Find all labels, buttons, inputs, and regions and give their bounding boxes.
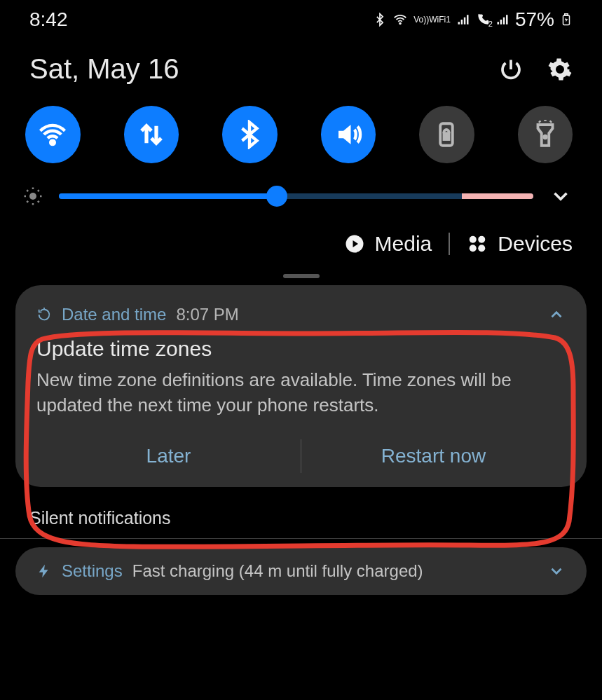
svg-point-10 [479, 236, 486, 243]
brightness-icon [22, 186, 43, 207]
brightness-row [0, 176, 602, 217]
brightness-thumb[interactable] [266, 186, 287, 207]
status-time: 8:42 [29, 8, 68, 31]
later-button[interactable]: Later [36, 437, 301, 476]
svg-point-12 [479, 245, 486, 252]
settings-gear-icon[interactable] [547, 57, 573, 82]
divider [0, 538, 602, 539]
flashlight-toggle[interactable] [518, 106, 573, 163]
expand-icon[interactable] [547, 562, 566, 580]
silent-message: Fast charging (44 m until fully charged) [132, 561, 423, 581]
power-icon[interactable] [498, 57, 524, 82]
wifi-toggle[interactable] [25, 106, 81, 163]
brightness-expand-icon[interactable] [549, 184, 573, 208]
battery-percent: 57% [515, 8, 554, 31]
svg-point-3 [50, 141, 55, 145]
bluetooth-icon [235, 120, 264, 149]
notification-actions: Later Restart now [36, 437, 566, 476]
play-circle-icon [344, 233, 365, 254]
media-button[interactable]: Media [344, 232, 432, 256]
battery-charging-icon [560, 11, 573, 29]
media-devices-row: Media Devices [0, 217, 602, 266]
svg-point-9 [470, 236, 477, 243]
notification-app: Date and time [62, 305, 166, 324]
status-bar: 8:42 Vo))WiFi1 2 57% [0, 0, 602, 36]
notification-timestamp: 8:07 PM [176, 305, 238, 324]
separator [449, 233, 450, 255]
flashlight-icon [531, 120, 560, 149]
bluetooth-status-icon [373, 13, 387, 27]
rotation-lock-icon [432, 120, 461, 149]
panel-header: Sat, May 16 [0, 36, 602, 93]
svg-point-7 [29, 193, 36, 200]
silent-notification-card[interactable]: Settings Fast charging (44 m until fully… [15, 547, 587, 595]
quick-toggles [0, 93, 602, 176]
vo-wifi-status-icon: Vo))WiFi1 [413, 15, 451, 24]
clock-update-icon [36, 307, 52, 322]
brightness-slider[interactable] [59, 193, 533, 199]
devices-label: Devices [498, 232, 573, 256]
bolt-icon [36, 563, 52, 579]
bluetooth-toggle[interactable] [222, 106, 278, 163]
date-text: Sat, May 16 [29, 53, 179, 85]
call-status-icon: 2 [476, 13, 490, 27]
restart-now-button[interactable]: Restart now [301, 437, 566, 476]
notification-card[interactable]: Date and time 8:07 PM Update time zones … [15, 285, 587, 487]
notification-title: Update time zones [36, 337, 566, 361]
svg-rect-5 [444, 133, 449, 139]
devices-button[interactable]: Devices [467, 232, 573, 256]
silent-header: Silent notifications [0, 501, 602, 538]
collapse-icon[interactable] [547, 306, 566, 324]
media-label: Media [375, 232, 432, 256]
notification-body: New time zone definitions are available.… [36, 368, 566, 418]
signal2-status-icon [495, 13, 509, 27]
drag-handle[interactable] [283, 274, 320, 278]
svg-point-0 [399, 23, 401, 25]
status-right: Vo))WiFi1 2 57% [373, 8, 573, 31]
grid-icon [467, 233, 488, 254]
mobile-data-toggle[interactable] [124, 106, 179, 163]
svg-rect-2 [565, 14, 568, 15]
silent-app: Settings [62, 561, 123, 581]
svg-point-11 [470, 245, 477, 252]
rotation-lock-toggle[interactable] [419, 106, 474, 163]
sound-icon [334, 120, 363, 149]
notification-header: Date and time 8:07 PM [36, 305, 566, 324]
wifi-icon [38, 120, 67, 149]
wifi-status-icon [392, 12, 408, 27]
svg-point-6 [544, 136, 547, 139]
data-arrows-icon [137, 120, 166, 149]
signal1-status-icon [456, 13, 470, 27]
sound-toggle[interactable] [321, 106, 376, 163]
